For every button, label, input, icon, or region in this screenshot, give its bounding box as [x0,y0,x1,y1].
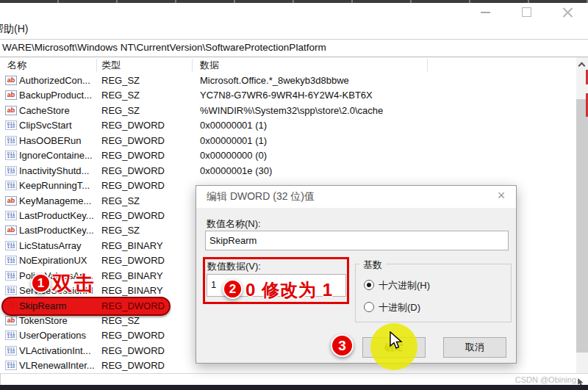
row-type: REG_DWORD [101,134,193,148]
dialog-close-icon[interactable]: × [494,188,509,203]
row-name: VLRenewalInter... [19,358,96,373]
row-type: REG_DWORD [101,253,193,268]
row-name: LastProductKey... [19,223,96,238]
row-name: KeepRunningT... [19,178,96,193]
registry-row[interactable]: abCacheStoreREG_SZ%WINDIR%\System32\spp\… [0,104,576,118]
column-separator[interactable] [96,59,97,72]
radio-icon[interactable] [364,280,374,290]
column-separator[interactable] [192,59,193,72]
row-type: REG_DWORD [101,164,193,178]
row-type: REG_DWORD [101,209,193,223]
annotation-step1-text: 双击 [52,270,96,297]
row-name: NoExpirationUX [19,253,96,268]
value-name-label: 数值名称(N): [207,217,261,231]
registry-path: WARE\Microsoft\Windows NT\CurrentVersion… [2,42,326,53]
row-name: LastProductKey... [19,209,96,223]
dialog-title: 编辑 DWORD (32 位)值 [207,190,315,203]
annotation-step1-badge: 1 [31,273,51,293]
row-type: REG_SZ [101,194,193,209]
row-name: CacheStore [19,104,96,118]
row-name: SkipRearm [19,299,96,314]
reg-string-icon: ab [5,316,17,325]
reg-binary-icon: 011 110 [5,120,17,130]
row-type: REG_SZ [101,223,193,238]
row-type: REG_DWORD [101,344,193,358]
close-button[interactable] [561,6,574,19]
menu-bar: 帮助(H) [0,21,588,38]
row-type: REG_SZ [101,104,193,118]
minimize-icon [481,12,490,13]
row-name: VLActivationInt... [19,344,96,358]
reg-string-icon: ab [5,196,17,206]
reg-binary-icon: 011 110 [5,271,17,281]
row-data: 0x00000001 (1) [200,134,267,148]
row-type: REG_DWORD [101,178,193,193]
row-data: 0x0000001e (30) [200,164,272,178]
registry-row[interactable]: 011 110HasOOBERunREG_DWORD0x00000001 (1) [0,134,576,148]
row-data: %WINDIR%\System32\spp\store\2.0\cache [200,104,383,118]
value-name-field[interactable]: SkipRearm [205,231,509,250]
maximize-icon [522,7,531,17]
annotation-step2-text: 0 修改为 1 [245,278,333,302]
reg-binary-icon: 011 110 [5,211,17,220]
row-name: InactivityShutd... [19,164,96,178]
radio-label: 十进制(D) [379,301,420,314]
row-type: REG_SZ [101,73,193,88]
reg-string-icon: ab [5,90,17,100]
base-group-label: 基数 [359,259,386,272]
column-header-type[interactable]: 类型 [101,59,121,72]
row-data: 0x00000001 (1) [200,118,267,133]
reg-binary-icon: 011 110 [5,151,17,160]
registry-row[interactable]: 011 110ClipSvcStartREG_DWORD0x00000001 (… [0,118,576,133]
reg-binary-icon: 011 110 [5,346,17,355]
reg-binary-icon: 011 110 [5,256,17,265]
column-header-data[interactable]: 数据 [200,59,219,72]
scroll-up-button[interactable] [576,59,588,71]
column-header-name[interactable]: 名称 [7,59,26,72]
registry-row[interactable]: 011 110IgnoreContaine...REG_DWORD0x00000… [0,148,576,163]
dialog-title-bar: 编辑 DWORD (32 位)值 × [196,186,516,208]
mouse-cursor-icon [387,331,404,353]
row-type: REG_BINARY [101,239,193,253]
row-name: AuthorizedCon... [19,73,96,88]
list-header: 名称 类型 数据 [0,57,576,73]
scroll-up-icon [578,62,586,70]
column-separator[interactable] [427,59,428,72]
radio-icon[interactable] [364,302,374,312]
reg-binary-icon: 011 110 [5,166,17,176]
reg-binary-icon: 011 110 [5,286,17,295]
menu-item-help[interactable]: 帮助(H) [0,23,28,36]
registry-row[interactable]: 011 110InactivityShutd...REG_DWORD0x0000… [0,164,576,178]
row-type: REG_SZ [101,88,193,103]
radio-label: 十六进制(H) [379,279,430,292]
row-name: UserOperations [19,328,96,343]
row-name: HasOOBERun [19,134,96,148]
maximize-button[interactable] [520,6,534,19]
annotation-step2-badge: 2 [223,279,243,299]
reg-binary-icon: 011 110 [5,136,17,145]
cancel-button[interactable]: 取消 [443,337,506,358]
reg-binary-icon: 011 110 [5,331,17,340]
reg-string-icon: ab [5,106,17,115]
reg-string-icon: ab [5,225,17,235]
row-data: Microsoft.Office.*_8wekyb3d8bbwe [200,73,349,88]
row-type: REG_DWORD [101,328,193,343]
address-bar[interactable]: WARE\Microsoft\Windows NT\CurrentVersion… [0,39,588,57]
row-type: REG_DWORD [101,299,193,314]
registry-row[interactable]: abBackupProduct...REG_SZYC7N8-G7WR6-9WR4… [0,88,576,103]
registry-row[interactable]: abAuthorizedCon...REG_SZMicrosoft.Office… [0,73,576,88]
row-type: REG_BINARY [101,269,193,284]
row-name: TokenStore [19,314,96,328]
row-name: BackupProduct... [19,88,96,103]
video-timeline-strip [0,0,588,3]
reg-binary-icon: 011 110 [5,181,17,190]
bottom-dark-bar [0,385,588,390]
annotation-step3-badge: 3 [331,334,354,357]
watermark-text: CSDN @Obining [515,375,576,384]
row-name: KeyManageme... [19,194,96,209]
minimize-button[interactable] [479,6,492,19]
scrollbar-thumb[interactable] [576,99,588,353]
row-type: REG_DWORD [101,148,193,163]
row-type: REG_DWORD [101,118,193,133]
row-name: LicStatusArray [19,239,96,253]
